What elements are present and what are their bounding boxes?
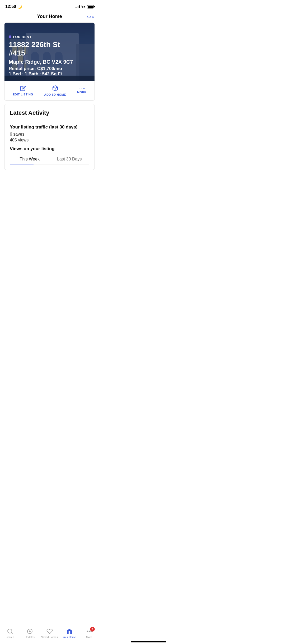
property-address: 11882 226th St #415 — [9, 40, 90, 57]
edit-listing-button[interactable]: EDIT LISTING — [13, 85, 33, 96]
status-icons — [75, 5, 94, 8]
page-header: Your Home — [0, 12, 99, 22]
property-card: FOR RENT 11882 226th St #415 Maple Ridge… — [4, 22, 95, 101]
property-city: Maple Ridge, BC V2X 9C7 — [9, 59, 90, 65]
wifi-icon — [81, 5, 86, 8]
page-title: Your Home — [37, 14, 62, 19]
traffic-title: Your listing traffic (last 30 days) — [10, 125, 89, 130]
activity-title: Latest Activity — [10, 109, 89, 116]
add-3d-label: ADD 3D HOME — [44, 93, 66, 96]
more-button[interactable]: MORE — [77, 88, 86, 94]
for-rent-text: FOR RENT — [13, 35, 31, 39]
for-rent-badge: FOR RENT — [9, 35, 90, 39]
divider — [10, 120, 89, 120]
more-label: MORE — [77, 91, 86, 94]
property-image: FOR RENT 11882 226th St #415 Maple Ridge… — [4, 23, 95, 81]
views-stat: 405 views — [10, 138, 89, 142]
status-bar: 12:50 🌙 — [0, 0, 99, 12]
views-on-listing-title: Views on your listing — [10, 146, 89, 151]
tab-last-30-days[interactable]: Last 30 Days — [50, 155, 89, 164]
tab-this-week[interactable]: This Week — [10, 155, 50, 164]
for-rent-dot — [9, 35, 11, 38]
add-3d-home-button[interactable]: ADD 3D HOME — [44, 85, 66, 96]
activity-card: Latest Activity Your listing traffic (la… — [4, 104, 95, 170]
more-dots-icon — [79, 88, 85, 89]
header-more-button[interactable] — [87, 16, 94, 18]
property-price: Rental price: C$1,700/mo — [9, 66, 90, 71]
signal-icon — [75, 5, 80, 8]
battery-icon — [87, 5, 94, 8]
saves-stat: 6 saves — [10, 132, 89, 137]
edit-listing-label: EDIT LISTING — [13, 93, 33, 96]
property-details: 1 Bed · 1 Bath · 542 Sq Ft — [9, 71, 90, 77]
views-tabs: This Week Last 30 Days — [10, 155, 89, 164]
action-buttons: EDIT LISTING ADD 3D HOME MORE — [4, 81, 95, 100]
moon-icon: 🌙 — [17, 4, 22, 9]
status-time: 12:50 🌙 — [5, 4, 22, 9]
